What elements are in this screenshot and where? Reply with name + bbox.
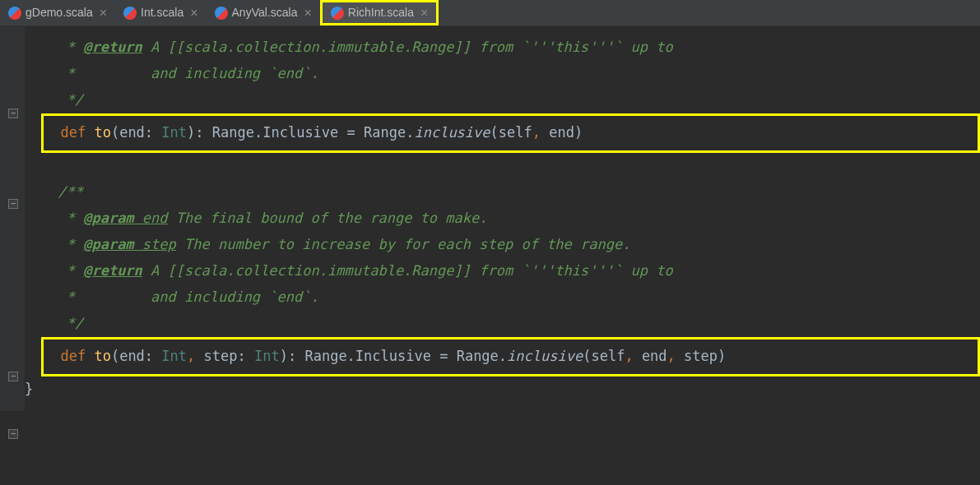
tab-gdemo[interactable]: gDemo.scala × [0,0,115,25]
code-line: * @return A [[scala.collection.immutable… [41,258,980,284]
param-name: step [134,233,176,256]
param-tag: @param [83,233,133,256]
code-line: /** [41,179,980,206]
colon: : [195,122,211,144]
paren: (end [111,122,145,144]
close-icon[interactable]: × [190,2,197,24]
fold-marker[interactable]: − [8,372,18,381]
scala-file-icon [123,7,137,20]
keyword-def: def [44,345,94,367]
colon: : [238,345,254,367]
tab-label: RichInt.scala [348,3,414,21]
comment-text: A [[scala.collection.immutable.Range]] f… [151,36,673,58]
keyword-def: def [44,122,94,144]
comma: , [667,345,676,367]
scala-file-icon [215,7,228,20]
type-int: Int [161,122,187,144]
type-int: Int [161,345,187,367]
fold-marker[interactable]: − [8,429,18,439]
tab-int[interactable]: Int.scala × [115,0,206,25]
return-tag: @return [83,260,142,282]
close-icon[interactable]: × [304,2,311,24]
comment-text: The number to increase by for each step … [176,233,631,256]
arg: step) [676,345,726,367]
comment-text: * [41,260,83,282]
param-name: end [134,207,168,229]
comment-text: * [41,233,83,256]
code-line-highlighted: def to(end: Int): Range.Inclusive = Rang… [41,113,980,153]
type-int: Int [254,345,280,367]
code-line: * and including `end`. [41,61,980,87]
comment-text: */ [41,89,83,111]
code-line-blank [41,153,980,179]
comma: , [187,345,195,367]
comment-text: /** [41,181,83,203]
code-line: } [25,376,980,403]
comment-text [142,36,151,58]
param: step [195,345,237,367]
comment-text: The final bound of the range to make. [168,207,488,229]
method-call: inclusive [414,122,490,144]
tab-label: Int.scala [141,3,183,21]
code-editor[interactable]: − − − − * @return A [[scala.collection.i… [0,26,980,411]
arg: (self [490,122,532,144]
tab-label: gDemo.scala [26,3,93,21]
arg: (self [583,345,625,367]
code-line: * and including `end`. [41,284,980,311]
scala-file-icon [8,7,21,20]
code-line: * @param step The number to increase by … [41,232,980,258]
close-icon[interactable]: × [100,2,107,24]
tab-anyval[interactable]: AnyVal.scala × [207,0,320,25]
comment-text: * [41,207,83,229]
code-line: */ [41,87,980,113]
comment-text: * and including `end`. [41,286,319,308]
code-line: * @return A [[scala.collection.immutable… [41,35,980,61]
method-name: to [94,345,110,367]
comma: , [532,122,541,144]
fold-marker[interactable]: − [8,199,18,209]
scala-file-icon [331,7,344,20]
closing-brace: } [25,378,33,400]
method-name: to [94,122,110,144]
return-tag: @return [83,36,142,58]
gutter [0,26,25,411]
paren: ) [187,122,195,144]
param-tag: @param [83,207,133,229]
method-call: inclusive [507,345,583,367]
comment-text: A [[scala.collection.immutable.Range]] f… [142,260,673,282]
code-line: */ [41,311,980,337]
comma: , [625,345,633,367]
tab-bar: gDemo.scala × Int.scala × AnyVal.scala ×… [0,0,980,26]
return-type: Range.Inclusive = Range. [212,122,415,144]
paren: (end [111,345,145,367]
tab-label: AnyVal.scala [232,3,298,21]
comment-text: * and including `end`. [41,62,319,85]
colon: : [145,122,161,144]
arg: end [634,345,667,367]
tab-richint[interactable]: RichInt.scala × [320,0,439,25]
colon: : [145,345,161,367]
return-type: Range.Inclusive = Range. [304,345,507,367]
comment-text: */ [41,312,83,335]
fold-marker[interactable]: − [8,109,18,118]
colon: : [288,345,304,367]
comment-text: * [41,36,83,58]
code-line: * @param end The final bound of the rang… [41,206,980,232]
close-icon[interactable]: × [420,2,428,24]
arg: end) [541,122,583,144]
code-line-highlighted: def to(end: Int, step: Int): Range.Inclu… [41,337,980,376]
paren: ) [280,345,288,367]
